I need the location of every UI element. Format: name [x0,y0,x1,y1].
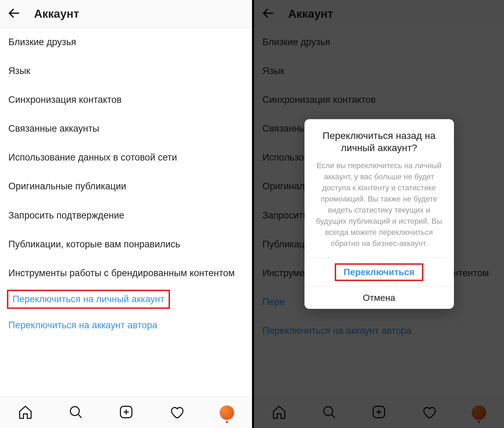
bottom-nav [0,397,252,428]
item-branded-tools[interactable]: Инструменты работы с брендированным конт… [0,259,252,288]
back-arrow-icon[interactable] [7,6,22,22]
item-close-friends[interactable]: Близкие друзья [0,28,252,57]
dialog-cancel-row: Отмена [304,287,454,309]
confirm-dialog: Переключиться назад на личный аккаунт? Е… [304,119,454,308]
item-linked-accounts[interactable]: Связанные аккаунты [0,114,252,143]
home-icon[interactable] [18,404,33,421]
header: Аккаунт [0,0,252,28]
link-switch-author[interactable]: Переключиться на аккаунт автора [0,311,252,340]
link-switch-personal[interactable]: Переключиться на личный аккаунт [13,294,164,305]
svg-point-0 [70,406,79,415]
item-language[interactable]: Язык [0,57,252,85]
item-cellular-data[interactable]: Использование данных в сотовой сети [0,143,252,172]
dialog-confirm-row: Переключиться [304,257,454,287]
item-original-posts[interactable]: Оригинальные публикации [0,172,252,201]
item-request-verification[interactable]: Запросить подтверждение [0,201,252,230]
cancel-button[interactable]: Отмена [363,293,395,303]
highlight-confirm-button: Переключиться [335,263,424,281]
modal-overlay[interactable]: Переключиться назад на личный аккаунт? Е… [254,0,504,428]
screen-left: Аккаунт Близкие друзья Язык Синхронизаци… [0,0,252,428]
confirm-button[interactable]: Переключиться [344,267,415,277]
settings-list[interactable]: Близкие друзья Язык Синхронизация контак… [0,28,252,397]
activity-heart-icon[interactable] [169,404,184,421]
screen-right: Аккаунт Близкие друзья Язык Синхронизаци… [252,0,504,428]
dialog-body: Переключиться назад на личный аккаунт? Е… [304,119,454,257]
highlight-switch-personal: Переключиться на личный аккаунт [7,290,170,309]
item-liked-posts[interactable]: Публикации, которые вам понравились [0,230,252,259]
item-contact-sync[interactable]: Синхронизация контактов [0,85,252,114]
page-title: Аккаунт [34,7,79,20]
profile-avatar-icon[interactable] [219,405,235,420]
search-icon[interactable] [68,404,83,421]
dialog-title: Переключиться назад на личный аккаунт? [314,130,444,154]
dialog-message: Если вы переключитесь на личный аккаунт,… [314,160,444,249]
add-post-icon[interactable] [119,404,134,421]
